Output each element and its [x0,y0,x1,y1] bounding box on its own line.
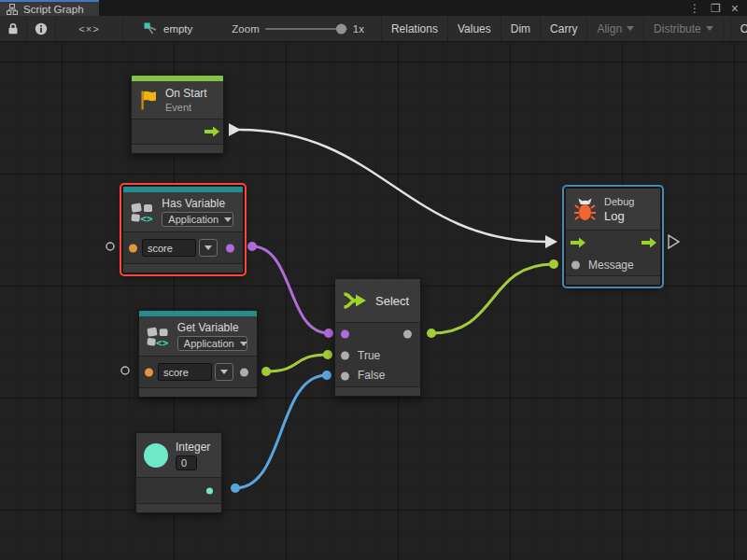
flag-icon [139,90,158,111]
graph-canvas[interactable]: On Start Event <> [0,42,747,560]
name-input-port[interactable] [129,244,137,252]
node-debug-log[interactable]: Debug Log Message [565,188,661,286]
integer-to-select-false-end-dot[interactable] [322,371,331,380]
wire-select-to-debuglog-message[interactable] [431,264,554,333]
variable-name-row: score [123,232,243,263]
svg-text:<>: <> [156,337,169,348]
variable-name-field[interactable]: score [158,363,212,381]
node-on-start[interactable]: On Start Event [131,75,224,154]
node-header: <> Has Variable Application [123,192,243,231]
hasvariable-to-select-end-dot[interactable] [324,329,333,338]
variable-scope-dropdown[interactable]: Application [162,212,233,227]
lock-icon [7,22,19,35]
chevron-down-icon [706,26,713,31]
integer-value-field[interactable]: 0 [176,455,197,470]
chevron-down-icon [224,217,232,222]
node-title: Debug [604,196,634,207]
empty-label: empty [163,23,192,35]
flow-output-port[interactable] [641,238,656,248]
bool-output-port[interactable] [226,244,234,252]
hasvariable-to-select-start-dot[interactable] [247,242,257,251]
name-input-port[interactable] [145,368,153,376]
selection-output-port[interactable] [403,330,412,339]
carry-button[interactable]: Carry [541,16,587,41]
true-input-port[interactable] [341,352,349,360]
variable-name-picker[interactable] [199,239,218,257]
zoom-slider-handle[interactable] [336,23,346,34]
variable-name-field[interactable]: score [142,239,196,257]
zoom-slider[interactable] [265,28,347,30]
node-subtitle: Event [165,102,207,113]
value-output-port[interactable] [240,368,248,376]
node-get-variable[interactable]: <> Get Variable Application score [138,310,258,398]
getvariable-to-select-true-end-dot[interactable] [323,350,332,359]
flow-input-port[interactable] [571,238,585,248]
node-has-variable[interactable]: <> Has Variable Application score [122,186,244,273]
unconnected-port-has-variable[interactable] [106,243,114,250]
getvariable-to-select-true-start-dot[interactable] [261,367,271,376]
window-controls: ⋮ ❐ × [689,0,747,16]
overview-button[interactable]: Overview [730,16,747,41]
select-to-debuglog-message-start-dot[interactable] [427,329,436,338]
node-header: <> Get Variable Application [139,316,257,356]
code-preview-button[interactable]: <×> [56,16,123,41]
graph-pointer-status: empty [134,16,202,41]
message-row: Message [566,255,660,275]
info-button[interactable] [27,16,56,41]
wire-hasvariable-to-select[interactable] [252,246,329,333]
node-header: Debug Log [566,189,660,230]
false-input-port[interactable] [341,372,349,381]
select-merge-icon [343,291,368,310]
lock-button[interactable] [0,16,27,41]
code-brackets-icon: <×> [78,23,99,35]
false-row: False [335,366,420,386]
condition-input-port[interactable] [341,330,349,339]
chevron-down-icon [240,342,247,346]
variable-scope-dropdown[interactable]: Application [177,336,247,351]
node-footer [335,387,420,396]
menu-icon[interactable]: ⋮ [689,3,700,14]
onstart-to-debuglog-end-arrow[interactable] [545,235,557,248]
values-button[interactable]: Values [448,16,501,41]
variable-name-picker[interactable] [215,363,233,381]
svg-text:<>: <> [140,213,153,224]
unconnected-port-get-variable[interactable] [121,367,129,374]
node-integer[interactable]: Integer 0 [135,432,222,513]
graph-toolbar: <×> empty Zoom 1x Relations Values Dim C… [0,16,747,42]
node-title: On Start [165,87,207,100]
wire-getvariable-to-select-true[interactable] [266,355,328,371]
node-select[interactable]: Select True False [334,278,421,397]
distribute-dropdown[interactable]: Distribute [644,16,724,41]
true-row: True [335,345,420,366]
false-label: False [358,369,385,382]
integer-output-port[interactable] [206,487,213,494]
zoom-label: Zoom [232,23,259,35]
node-title: Has Variable [162,197,233,210]
flow-output-port[interactable] [204,127,219,137]
node-header: On Start Event [132,81,223,119]
close-icon[interactable]: × [731,2,739,15]
wire-onstart-to-debuglog[interactable] [240,130,546,242]
zoom-value: 1x [353,23,364,35]
node-footer [123,264,243,273]
node-header: Integer 0 [136,433,221,477]
message-input-port[interactable] [571,261,580,270]
node-title: Select [375,294,409,308]
flow-output-row [132,119,223,144]
graph-hierarchy-icon [7,4,18,15]
tab-script-graph[interactable]: Script Graph [0,0,99,16]
unconnected-flow-output-debuglog[interactable] [669,235,679,248]
relations-button[interactable]: Relations [381,16,448,41]
message-label: Message [588,259,634,272]
node-footer [139,388,257,397]
selector-row [335,323,420,345]
dim-button[interactable]: Dim [501,16,541,41]
node-subtitle: Log [604,209,634,223]
onstart-to-debuglog-start-triangle[interactable] [229,123,241,136]
align-dropdown[interactable]: Align [587,16,644,41]
maximize-icon[interactable]: ❐ [711,3,721,14]
info-icon [35,22,48,35]
select-to-debuglog-message-end-dot[interactable] [549,259,558,269]
variables-boxes-icon: <> [147,325,170,348]
integer-to-select-false-start-dot[interactable] [231,483,240,493]
